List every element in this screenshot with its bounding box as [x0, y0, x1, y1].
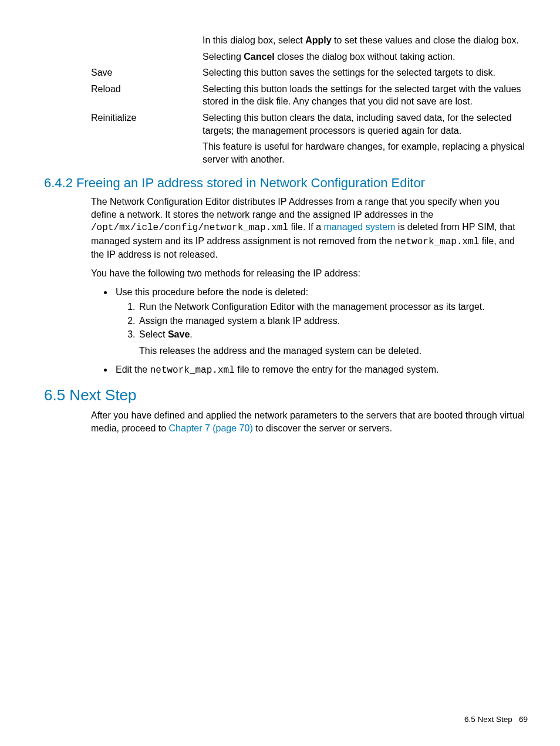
text: The Network Configuration Editor distrib…: [91, 197, 500, 220]
section-6-4-2-body: The Network Configuration Editor distrib…: [91, 195, 528, 377]
footer-section-label: 6.5 Next Step: [464, 715, 512, 724]
text: Selecting this button clears the data, i…: [203, 112, 528, 137]
def-desc-reload: Selecting this button loads the settings…: [203, 81, 528, 110]
text: Selecting this button loads the settings…: [203, 83, 528, 108]
chapter-7-link[interactable]: Chapter 7 (page 70): [169, 423, 253, 433]
cancel-label: Cancel: [244, 52, 274, 62]
step-2: Assign the managed system a blank IP add…: [138, 315, 528, 328]
code-path: /opt/mx/icle/config/network_map.xml: [91, 222, 288, 233]
text: Selecting: [203, 52, 244, 62]
def-row-reinit: Reinitialize Selecting this button clear…: [32, 110, 528, 167]
step-3: Select Save.: [138, 328, 528, 341]
paragraph: The Network Configuration Editor distrib…: [91, 195, 528, 261]
apply-label: Apply: [305, 35, 331, 45]
def-term-save: Save: [32, 65, 203, 81]
save-label: Save: [168, 329, 190, 339]
section-6-5-body: After you have defined and applied the n…: [91, 409, 528, 434]
def-row-save: Save Selecting this button saves the set…: [32, 65, 528, 81]
def-term-reload: Reload: [32, 81, 203, 110]
text: Selecting this button saves the settings…: [203, 66, 528, 79]
text: .: [190, 329, 192, 339]
code-file: network_map.xml: [394, 237, 479, 247]
text: to set these values and close the dialog…: [332, 35, 519, 45]
heading-6-4-2: 6.4.2 Freeing an IP address stored in Ne…: [44, 174, 528, 192]
def-desc-reinit: Selecting this button clears the data, i…: [203, 110, 528, 167]
def-desc-save: Selecting this button saves the settings…: [203, 65, 528, 81]
text: This feature is useful for hardware chan…: [203, 140, 528, 166]
list-item: Use this procedure before the node is de…: [113, 286, 528, 357]
text: Use this procedure before the node is de…: [116, 287, 308, 297]
methods-list: Use this procedure before the node is de…: [91, 286, 528, 377]
step-1: Run the Network Configuration Editor wit…: [138, 301, 528, 313]
paragraph: You have the following two methods for r…: [91, 267, 528, 280]
text: Edit the: [116, 364, 150, 374]
def-term-blank: [32, 32, 203, 65]
text: closes the dialog box without taking act…: [275, 52, 456, 62]
text: file. If a: [288, 222, 323, 232]
paragraph: After you have defined and applied the n…: [91, 409, 528, 434]
def-row-reload: Reload Selecting this button loads the s…: [32, 81, 528, 110]
code-file: network_map.xml: [150, 365, 235, 376]
managed-system-link[interactable]: managed system: [324, 222, 396, 232]
def-row-dialog: In this dialog box, select Apply to set …: [32, 32, 528, 65]
def-term-reinit: Reinitialize: [32, 110, 203, 167]
definition-table: In this dialog box, select Apply to set …: [32, 32, 528, 167]
after-steps-text: This releases the address and the manage…: [139, 345, 528, 357]
text: file to remove the entry for the managed…: [235, 364, 439, 374]
def-desc-dialog: In this dialog box, select Apply to set …: [203, 32, 528, 65]
list-item: Edit the network_map.xml file to remove …: [113, 363, 528, 377]
text: Select: [139, 329, 168, 339]
steps-list: Run the Network Configuration Editor wit…: [116, 301, 528, 341]
heading-6-5: 6.5 Next Step: [44, 385, 528, 406]
page-footer: 6.5 Next Step 69: [464, 714, 528, 725]
page-number: 69: [519, 715, 528, 724]
text: In this dialog box, select: [203, 35, 305, 45]
text: to discover the server or servers.: [253, 423, 392, 433]
